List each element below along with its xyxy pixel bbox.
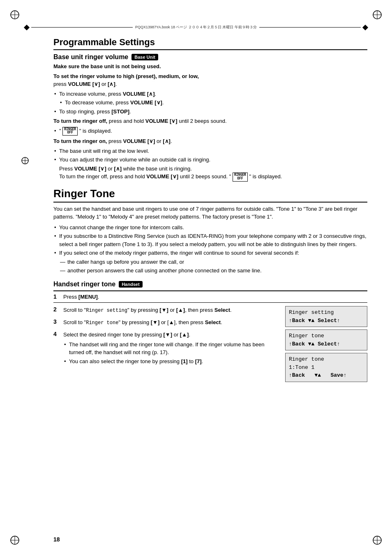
left-reg-mark <box>21 156 30 166</box>
step3-code: Ringer tone <box>86 320 118 326</box>
bullet-decrease: To decrease volume, press VOLUME [∨]. <box>59 99 367 107</box>
registration-line: PQQX13987YA.book 18 ページ ２００４年２月５日 木曜日 午前… <box>25 25 367 30</box>
step3-content: Scroll to "Ringer tone" by pressing [▼] … <box>63 318 279 327</box>
lcd2-line2: ↑Back ▼▲ Select↑ <box>289 340 364 348</box>
bullet-no-intercom: You cannot change the ringer tone for in… <box>53 223 367 232</box>
corner-mark-tr <box>371 9 383 21</box>
step2-num: 2 <box>53 306 61 313</box>
main-title: Programmable Settings <box>53 37 367 50</box>
lcd-ringer-setting: Ringer setting ↑Back ▼▲ Select↑ <box>285 306 367 327</box>
main-content: Programmable Settings Base unit ringer v… <box>53 37 367 530</box>
base-unit-badge: Base Unit <box>131 54 158 60</box>
make-sure-text: Make sure the base unit is not being use… <box>53 63 161 69</box>
step4-bullet2: You can also select the ringer tone by p… <box>63 357 279 366</box>
page-number: 18 <box>53 536 60 543</box>
handset-ringer-tone-section: Handset ringer tone Handset 1 Press [MEN… <box>53 281 367 382</box>
press-volume-again: Press VOLUME [∨] or [∧] while the base u… <box>53 165 367 182</box>
step2-code: Ringer setting <box>86 308 127 313</box>
lcd-ringer-tone: Ringer tone ↑Back ▼▲ Select↑ <box>285 329 367 350</box>
preset-label: To set the ringer volume to high (preset… <box>53 73 199 79</box>
dash-caller-hangs: the caller hangs up before you answer th… <box>59 258 367 266</box>
step4-bullet1: The handset will ring and the ringer ton… <box>63 341 279 357</box>
step1-num: 1 <box>53 293 61 300</box>
handset-ringer-title: Handset ringer tone Handset <box>53 281 367 288</box>
step3-num: 3 <box>53 318 61 325</box>
turn-on-text: press VOLUME [∨] or [∧]. <box>108 138 172 144</box>
base-unit-section: Base unit ringer volume Base Unit Make s… <box>53 53 367 182</box>
lcd1-line2: ↑Back ▼▲ Select↑ <box>289 317 364 325</box>
lcd3-line3: ↑Back ▼▲ Save↑ <box>289 371 364 380</box>
handset-badge: Handset <box>119 281 142 288</box>
bullet-melody-pattern: If you select one of the melody ringer p… <box>53 249 367 257</box>
step1-row: 1 Press [MENU]. <box>53 290 367 303</box>
bullet-distinctive-ring: If you subscribe to a Distinctive Ring S… <box>53 232 367 248</box>
step4-row: 4 Select the desired ringer tone by pres… <box>53 331 279 366</box>
registration-text: PQQX13987YA.book 18 ページ ２００４年２月５日 木曜日 午前… <box>135 25 257 30</box>
ringer-off-display-bullet: " RINGEROFF " is displayed. <box>53 127 367 136</box>
turn-off-label: To turn the ringer off, <box>53 118 107 124</box>
lcd3-line1: Ringer tone <box>289 355 364 364</box>
bullet-low-level: The base unit will ring at the low level… <box>53 147 367 155</box>
lcd2-line1: Ringer tone <box>289 332 364 340</box>
corner-mark-bl <box>9 534 21 546</box>
lcd-ringer-tone-select: Ringer tone 1:Tone 1 ↑Back ▼▲ Save↑ <box>285 353 367 382</box>
ringer-tone-section: Ringer Tone You can set the handset and … <box>53 187 367 275</box>
turn-off-text: press and hold VOLUME [∨] until 2 beeps … <box>109 118 227 124</box>
step2-row: 2 Scroll to "Ringer setting" by pressing… <box>53 306 279 314</box>
step2-content: Scroll to "Ringer setting" by pressing [… <box>63 306 279 314</box>
ringer-tone-intro: You can set the handset and base unit ri… <box>53 205 367 221</box>
bullet-adjust: You can adjust the ringer volume while a… <box>53 156 367 164</box>
base-unit-title: Base unit ringer volume Base Unit <box>53 53 367 61</box>
dash-another-person: another person answers the call using an… <box>59 267 367 275</box>
bullet-stop: To stop ringing, press [STOP]. <box>53 108 367 116</box>
corner-mark-tl <box>9 9 21 21</box>
lcd-displays: Ringer setting ↑Back ▼▲ Select↑ Ringer t… <box>285 306 367 382</box>
bullet-increase: To increase volume, press VOLUME [∧]. <box>53 90 367 98</box>
ringer-tone-title: Ringer Tone <box>53 187 367 203</box>
corner-mark-br <box>371 534 383 546</box>
turn-on-label: To turn the ringer on, <box>53 138 107 144</box>
lcd1-line1: Ringer setting <box>289 309 364 317</box>
step4-content: Select the desired ringer tone by pressi… <box>63 331 279 366</box>
lcd3-line2: 1:Tone 1 <box>289 364 364 372</box>
step3-row: 3 Scroll to "Ringer tone" by pressing [▼… <box>53 318 279 327</box>
preset-instruction: press VOLUME [∨] or [∧]. <box>53 81 117 87</box>
step4-num: 4 <box>53 331 61 337</box>
step1-text: Press [MENU]. <box>63 293 367 301</box>
steps-area: 2 Scroll to "Ringer setting" by pressing… <box>53 306 367 382</box>
steps-col: 2 Scroll to "Ringer setting" by pressing… <box>53 306 285 382</box>
